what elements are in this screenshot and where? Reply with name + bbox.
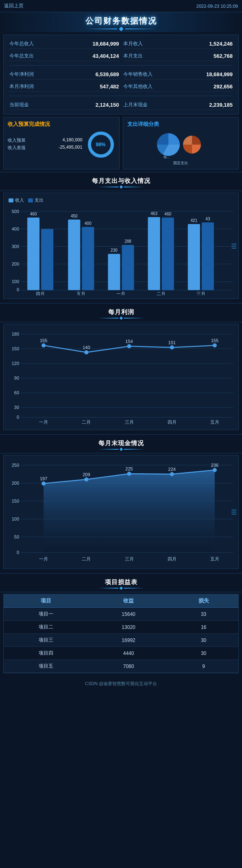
table-row: 项目三1699230 xyxy=(4,634,238,647)
last-month-cash-label: 上月末现金 xyxy=(123,101,148,108)
bar-section-title: 每月支出与收入情况 xyxy=(0,177,242,185)
profit-section-title: 每月利润 xyxy=(0,308,242,316)
budget-labels: 收入预算 4,180,000 收入差值 -25,495,001 xyxy=(8,137,83,152)
bar-expense-3 xyxy=(162,218,174,290)
profit-chart-section: 180 150 120 90 60 30 0 一月 二月 三月 四月 五月 xyxy=(3,324,239,430)
yearly-income-value: 18,684,999 xyxy=(92,41,119,47)
bar-section-bg: 每月支出与收入情况 xyxy=(0,172,242,191)
monthly-expense-label: 本月支出 xyxy=(123,53,143,59)
svg-text:400: 400 xyxy=(85,221,92,226)
summary-item-monthly-income: 本月收入 1,524,246 xyxy=(123,39,233,49)
table-deco-left xyxy=(98,588,118,589)
summary-item-yearly-income: 今年总收入 18,684,999 xyxy=(9,39,119,49)
svg-text:五月: 五月 xyxy=(76,291,85,295)
page-title: 公司财务数据情况 xyxy=(0,15,242,26)
profit-table-section: 项目 收益 损失 项目一1564033项目二1302016项目三1699230项… xyxy=(3,594,239,673)
donut-chart: 98% xyxy=(87,130,115,159)
svg-text:0: 0 xyxy=(17,287,19,292)
budget-section: 收入预算完成情况 收入预算 4,180,000 收入差值 -25,495,001… xyxy=(3,117,239,169)
svg-text:460: 460 xyxy=(30,212,37,216)
bar-chart-section: 收入 支出 ☰ 500 400 300 200 100 0 460 四月 450 xyxy=(3,193,239,299)
summary-item-monthly-expense: 本月支出 562,768 xyxy=(123,51,233,61)
profit-dot-1 xyxy=(84,350,88,354)
svg-text:230: 230 xyxy=(111,248,118,253)
cash-section-title: 每月末现金情况 xyxy=(0,439,242,447)
monthly-profit-value: 547,482 xyxy=(100,84,119,90)
svg-text:60: 60 xyxy=(14,391,19,396)
bar-expense-1 xyxy=(82,227,94,290)
svg-text:三月: 三月 xyxy=(125,420,134,425)
svg-text:四月: 四月 xyxy=(168,556,177,561)
svg-text:五月: 五月 xyxy=(210,556,219,561)
svg-text:100: 100 xyxy=(12,279,19,284)
bar-expense-0 xyxy=(41,229,53,290)
table-cell: 项目一 xyxy=(4,608,88,621)
budget-title: 收入预算完成情况 xyxy=(8,121,115,128)
summary-section: 今年总收入 18,684,999 本月收入 1,524,246 今年总支出 43… xyxy=(3,35,239,114)
pie-svg: 临... xyxy=(156,130,205,159)
table-section-deco xyxy=(0,587,242,589)
donut-percent: 98% xyxy=(96,142,105,147)
legend-income: 收入 xyxy=(9,197,24,203)
scroll-icon[interactable]: ☰ xyxy=(231,242,237,250)
svg-text:二月: 二月 xyxy=(82,556,91,561)
cash-scroll-icon[interactable]: ☰ xyxy=(231,508,237,516)
svg-text:155: 155 xyxy=(40,338,47,343)
table-row: 项目一1564033 xyxy=(4,608,238,621)
svg-text:460: 460 xyxy=(164,212,171,216)
yearly-expense-label: 今年总支出 xyxy=(9,53,34,59)
legend-expense: 支出 xyxy=(28,197,44,203)
table-section-header: 项目损益表 xyxy=(0,574,242,591)
svg-text:197: 197 xyxy=(40,476,47,481)
budget-label-2: 收入差值 xyxy=(8,145,26,151)
svg-text:236: 236 xyxy=(211,463,218,468)
top-bar: 返回上页 2022-09-23 10:25:09 xyxy=(0,0,242,12)
last-month-cash-value: 2,239,185 xyxy=(209,102,233,108)
summary-item-monthly-profit: 本月净利润 547,482 xyxy=(9,82,119,92)
svg-text:155: 155 xyxy=(211,338,218,343)
yearly-income-label: 今年总收入 xyxy=(9,40,34,47)
back-button[interactable]: 返回上页 xyxy=(4,2,24,9)
summary-divider-1 xyxy=(9,65,233,66)
budget-completion-card: 收入预算完成情况 收入预算 4,180,000 收入差值 -25,495,001… xyxy=(3,117,120,169)
bar-income-3 xyxy=(148,217,160,290)
table-cell: 项目二 xyxy=(4,621,88,634)
svg-text:250: 250 xyxy=(12,463,19,468)
profit-dot-0 xyxy=(41,343,46,347)
yearly-expense-value: 43,404,124 xyxy=(92,53,119,59)
svg-text:一月: 一月 xyxy=(117,291,126,295)
monthly-expense-value: 562,768 xyxy=(214,53,233,59)
title-deco-diamond xyxy=(119,26,123,31)
yearly-other-label: 今年其他收入 xyxy=(123,83,153,90)
svg-text:0: 0 xyxy=(17,550,19,555)
table-section-title: 项目损益表 xyxy=(0,578,242,586)
footer-text: CSDN @迪赛智慧数可视化互动平台 xyxy=(85,681,157,686)
table-cell: 项目三 xyxy=(4,634,88,647)
svg-text:140: 140 xyxy=(83,345,90,350)
svg-text:43: 43 xyxy=(205,217,210,221)
profit-line-svg: 180 150 120 90 60 30 0 一月 二月 三月 四月 五月 xyxy=(7,328,235,426)
title-deco-left xyxy=(85,29,117,29)
profit-table: 项目 收益 损失 项目一1564033项目二1302016项目三1699230项… xyxy=(4,594,238,673)
svg-text:0: 0 xyxy=(17,415,19,420)
table-cell: 30 xyxy=(169,647,238,660)
cash-deco-left xyxy=(98,449,118,450)
summary-item-current-cash: 当前现金 2,124,150 xyxy=(9,100,119,110)
bar-income-1 xyxy=(68,220,80,290)
svg-text:四月: 四月 xyxy=(168,420,177,425)
summary-item-last-month-cash: 上月末现金 2,239,185 xyxy=(123,100,233,110)
profit-section-bg: 每月利润 xyxy=(0,303,242,322)
summary-item-yearly-sales: 今年销售收入 18,684,999 xyxy=(123,70,233,79)
table-cell: 项目四 xyxy=(4,647,88,660)
svg-text:一月: 一月 xyxy=(39,556,48,561)
cash-deco-right xyxy=(124,449,144,450)
table-cell: 30 xyxy=(169,634,238,647)
svg-text:154: 154 xyxy=(125,339,133,344)
svg-text:463: 463 xyxy=(150,211,157,216)
svg-text:150: 150 xyxy=(12,499,19,503)
table-cell: 7080 xyxy=(88,660,169,673)
svg-text:50: 50 xyxy=(14,534,19,539)
legend-income-dot xyxy=(9,198,13,202)
table-cell: 15640 xyxy=(88,608,169,621)
table-cell: 项目五 xyxy=(4,660,88,673)
